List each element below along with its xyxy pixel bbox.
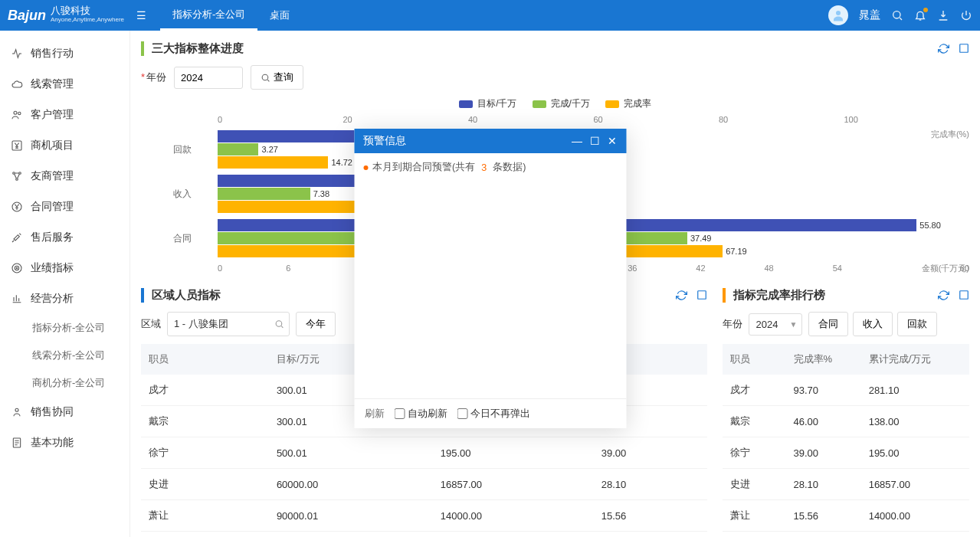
sidebar-item-label: 客户管理 — [31, 108, 74, 122]
table-row[interactable]: 萧让15.5614000.00 — [723, 500, 969, 532]
table-cell: 史进 — [723, 469, 785, 500]
sidebar-subitem[interactable]: 线索分析-全公司 — [0, 342, 129, 369]
avatar[interactable] — [828, 5, 848, 25]
doc-icon — [11, 437, 23, 449]
alert-suffix: 条数据) — [493, 161, 526, 174]
axis-tick: 42 — [696, 264, 764, 273]
sidebar-item[interactable]: 客户管理 — [0, 100, 129, 130]
expand-icon[interactable] — [959, 290, 969, 301]
period-button[interactable]: 今年 — [296, 312, 336, 336]
topbar-tabs: 指标分析-全公司桌面 — [160, 0, 828, 31]
sidebar-item-label: 基本功能 — [31, 436, 74, 450]
bar-value: 55.80 — [919, 221, 941, 230]
sidebar-subitem[interactable]: 商机分析-全公司 — [0, 369, 129, 397]
legend-item[interactable]: 完成率 — [605, 97, 651, 110]
sidebar-item[interactable]: 销售行动 — [0, 38, 129, 69]
topbar-tab[interactable]: 桌面 — [257, 0, 302, 31]
region-select[interactable]: 1 - 八骏集团 — [167, 312, 290, 336]
tools-icon — [11, 231, 23, 244]
bar-group-label: 回款 — [173, 143, 192, 156]
sidebar-item[interactable]: 商机项目 — [0, 130, 129, 161]
refresh-link[interactable]: 刷新 — [365, 407, 385, 421]
svg-point-3 — [14, 111, 17, 114]
table-row[interactable]: 戴宗46.00138.00 — [723, 406, 969, 437]
svg-point-12 — [16, 267, 17, 268]
sidebar-item[interactable]: 线索管理 — [0, 69, 129, 100]
year-label: 年份 — [146, 71, 166, 83]
table-row[interactable]: 徐宁39.00195.00 — [723, 437, 969, 469]
sidebar-item[interactable]: 售后服务 — [0, 222, 129, 253]
search-icon[interactable] — [274, 319, 284, 329]
table-header: 职员 — [723, 344, 785, 375]
maximize-icon[interactable]: ☐ — [590, 135, 600, 147]
svg-point-19 — [276, 321, 282, 327]
table-cell: 徐宁 — [723, 437, 785, 469]
table-row[interactable]: 许三多13.07117.67 — [723, 532, 969, 538]
axis-tick: 0 — [218, 115, 343, 124]
alert-dot-icon — [363, 165, 368, 170]
sidebar-item-label: 线索管理 — [31, 77, 74, 91]
username[interactable]: 晁盖 — [859, 8, 880, 22]
no-popup-checkbox[interactable]: 今日不再弹出 — [457, 407, 530, 421]
bar-value: 3.27 — [261, 145, 277, 154]
legend-item[interactable]: 完成/千万 — [533, 97, 590, 110]
table-row[interactable]: 戍才93.70281.10 — [723, 375, 969, 406]
legend-swatch — [533, 100, 546, 108]
sidebar-item[interactable]: 经营分析 — [0, 283, 129, 314]
alert-item[interactable]: 本月到期合同预警(共有 3 条数据) — [363, 161, 617, 174]
legend-item[interactable]: 目标/千万 — [459, 97, 516, 110]
table-cell: 60000.00 — [269, 469, 433, 500]
axis-bottom-label: 金额(千万元) — [922, 263, 969, 274]
table-cell: 戍才 — [141, 375, 269, 406]
notification-dot — [923, 8, 928, 12]
minimize-icon[interactable]: — — [572, 135, 582, 147]
rank-tab[interactable]: 合同 — [808, 312, 848, 336]
expand-icon[interactable] — [959, 43, 969, 54]
table-row[interactable]: 萧让90000.0114000.0015.56 — [141, 500, 707, 532]
topbar-tab[interactable]: 指标分析-全公司 — [160, 0, 257, 31]
sidebar-item[interactable]: 友商管理 — [0, 161, 129, 192]
query-button[interactable]: 查询 — [251, 65, 303, 90]
bell-icon[interactable] — [914, 9, 926, 21]
rank-year-label: 年份 — [723, 317, 742, 331]
person-icon — [11, 406, 23, 418]
legend-label: 目标/千万 — [477, 97, 516, 110]
table-cell: 15.56 — [594, 500, 708, 532]
search-icon[interactable] — [891, 9, 903, 21]
table-header: 职员 — [141, 344, 269, 375]
table-row[interactable]: 史进60000.0016857.0028.10 — [141, 469, 707, 500]
table-cell: 戍才 — [723, 375, 785, 406]
axis-tick: 0 — [218, 264, 286, 273]
table-cell: 28.10 — [594, 469, 708, 500]
sidebar-item[interactable]: 销售协同 — [0, 397, 129, 427]
table-header: 完成率% — [786, 344, 861, 375]
refresh-icon[interactable] — [938, 290, 949, 301]
table-row[interactable]: 史进28.1016857.00 — [723, 469, 969, 500]
sidebar-item[interactable]: 基本功能 — [0, 427, 129, 458]
bar-group-label: 合同 — [173, 232, 192, 245]
download-icon[interactable] — [937, 9, 949, 21]
close-icon[interactable]: ✕ — [608, 135, 617, 147]
refresh-icon[interactable] — [676, 290, 687, 301]
sidebar-item[interactable]: 合同管理 — [0, 192, 129, 222]
power-icon[interactable] — [960, 9, 972, 21]
axis-tick: 80 — [719, 115, 844, 124]
modal-title: 预警信息 — [363, 134, 406, 148]
year-input[interactable] — [174, 67, 243, 89]
table-cell: 戴宗 — [723, 406, 785, 437]
modal-header[interactable]: 预警信息 — ☐ ✕ — [354, 129, 626, 153]
sidebar-subitem[interactable]: 指标分析-全公司 — [0, 314, 129, 342]
rank-tab[interactable]: 回款 — [897, 312, 937, 336]
table-row[interactable]: 徐宁500.01195.0039.00 — [141, 437, 707, 469]
auto-refresh-checkbox[interactable]: 自动刷新 — [394, 407, 447, 421]
expand-icon[interactable] — [696, 290, 707, 301]
rank-tab[interactable]: 收入 — [853, 312, 893, 336]
sidebar-item[interactable]: 业绩指标 — [0, 253, 129, 283]
logo-text: Bajun — [8, 8, 46, 24]
legend-label: 完成率 — [624, 97, 651, 110]
refresh-icon[interactable] — [938, 43, 949, 54]
table-row[interactable]: 许三多900.05117.6713.07 — [141, 532, 707, 538]
rank-year-select[interactable]: 2024 ▼ — [749, 313, 802, 336]
svg-point-1 — [893, 11, 900, 18]
menu-toggle-icon[interactable]: ☰ — [130, 5, 152, 26]
